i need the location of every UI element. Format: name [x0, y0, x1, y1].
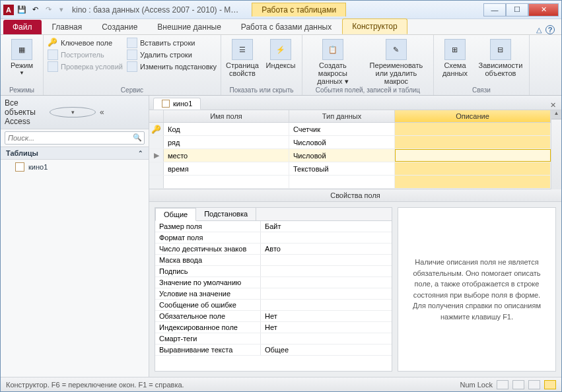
field-type-cell[interactable]: Текстовый — [289, 162, 395, 175]
help-icon[interactable]: ? — [545, 25, 555, 34]
field-type-cell[interactable]: Числовой — [289, 149, 395, 162]
property-value[interactable]: Байт — [261, 221, 392, 232]
property-row[interactable]: Подпись — [155, 266, 392, 277]
property-value[interactable]: Общее — [261, 344, 392, 355]
field-desc-cell[interactable] — [395, 176, 551, 188]
property-row[interactable]: Сообщение об ошибке — [155, 300, 392, 311]
redo-icon[interactable]: ↷ — [43, 5, 53, 15]
tab-design[interactable]: Конструктор — [342, 18, 407, 34]
property-value[interactable] — [261, 277, 392, 288]
field-desc-cell[interactable] — [395, 136, 551, 148]
property-row[interactable]: Индексированное полеНет — [155, 322, 392, 333]
document-close-icon[interactable]: ✕ — [545, 101, 561, 110]
field-type-cell[interactable]: Счетчик — [289, 123, 395, 135]
field-type-cell[interactable]: Числовой — [289, 136, 395, 148]
nav-menu-icon[interactable]: ▾ — [50, 107, 96, 117]
property-row[interactable]: Число десятичных знаковАвто — [155, 244, 392, 255]
property-label: Подпись — [155, 266, 261, 277]
row-selector[interactable] — [149, 136, 164, 148]
col-header-name[interactable]: Имя поля — [164, 110, 289, 122]
field-desc-cell[interactable] — [395, 149, 551, 162]
tab-file[interactable]: Файл — [3, 20, 42, 34]
property-value[interactable] — [261, 266, 392, 277]
indexes-button[interactable]: ⚡ Индексы — [263, 36, 298, 69]
view-datasheet-button[interactable] — [497, 380, 509, 389]
vertical-scrollbar[interactable]: ▲ — [551, 110, 561, 189]
field-type-cell[interactable] — [289, 176, 395, 188]
row-selector[interactable]: ▶ — [149, 149, 164, 162]
ribbon-minimize-icon[interactable]: △ — [536, 26, 542, 34]
section-collapse-icon[interactable]: ⌃ — [138, 150, 143, 156]
property-row[interactable]: Размер поляБайт — [155, 221, 392, 232]
property-value[interactable]: Нет — [261, 322, 392, 333]
property-value[interactable] — [261, 255, 392, 265]
document-tab[interactable]: кино1 — [153, 98, 201, 110]
object-deps-button[interactable]: ⊟ Зависимости объектов — [476, 36, 525, 77]
builder-button[interactable]: Построитель — [48, 49, 123, 60]
property-row[interactable]: Значение по умолчанию — [155, 277, 392, 288]
tab-external[interactable]: Внешние данные — [148, 20, 230, 34]
field-row[interactable]: ▶местоЧисловой — [149, 149, 551, 162]
field-name-cell[interactable]: ряд — [164, 136, 289, 148]
row-selector[interactable]: 🔑 — [149, 123, 164, 135]
tab-create[interactable]: Создание — [92, 20, 147, 34]
property-row[interactable]: Выравнивание текстаОбщее — [155, 344, 392, 356]
key-field-button[interactable]: 🔑Ключевое поле — [48, 38, 123, 48]
save-icon[interactable]: 💾 — [17, 5, 27, 15]
scroll-up-icon[interactable]: ▲ — [551, 110, 561, 119]
row-selector[interactable] — [149, 176, 164, 188]
property-value[interactable] — [261, 333, 392, 344]
field-desc-cell[interactable] — [395, 162, 551, 175]
property-value[interactable]: Нет — [261, 311, 392, 321]
view-design-button[interactable] — [544, 380, 556, 389]
property-value[interactable] — [261, 300, 392, 310]
search-input[interactable] — [5, 131, 145, 145]
lookup-icon — [127, 61, 137, 72]
property-row[interactable]: Смарт-теги — [155, 333, 392, 344]
tab-home[interactable]: Главная — [43, 20, 92, 34]
undo-icon[interactable]: ↶ — [30, 5, 40, 15]
relationships-button[interactable]: ⊞ Схема данных — [438, 36, 472, 77]
property-row[interactable]: Маска ввода — [155, 255, 392, 266]
property-row[interactable]: Обязательное полеНет — [155, 311, 392, 322]
field-name-cell[interactable]: время — [164, 162, 289, 175]
view-pivotchart-button[interactable] — [528, 380, 540, 389]
property-value[interactable] — [261, 232, 392, 243]
check-conditions-button[interactable]: Проверка условий — [48, 61, 123, 72]
nav-header[interactable]: Все объекты Access ▾ « — [1, 96, 149, 129]
property-sheet-button[interactable]: ☰ Страница свойств — [225, 36, 260, 77]
field-row[interactable]: времяТекстовый — [149, 162, 551, 176]
mode-button[interactable]: ▦ Режим ▼ — [5, 36, 39, 77]
field-row[interactable]: 🔑КодСчетчик — [149, 123, 551, 136]
field-name-cell[interactable]: Код — [164, 123, 289, 135]
change-lookup-button[interactable]: Изменить подстановку — [127, 61, 217, 72]
create-data-macros-button[interactable]: 📋 Создать макросы данных ▾ — [306, 36, 359, 85]
tab-dbtools[interactable]: Работа с базами данных — [232, 20, 341, 34]
property-row[interactable]: Условие на значение — [155, 288, 392, 300]
minimize-button[interactable]: — — [483, 3, 506, 16]
insert-rows-button[interactable]: Вставить строки — [127, 38, 217, 48]
delete-rows-button[interactable]: Удалить строки — [127, 49, 217, 60]
property-value[interactable]: Авто — [261, 244, 392, 254]
row-selector[interactable] — [149, 162, 164, 175]
field-name-cell[interactable] — [164, 176, 289, 188]
field-desc-cell[interactable] — [395, 123, 551, 135]
col-header-type[interactable]: Тип данных — [289, 110, 395, 122]
nav-item-table[interactable]: кино1 — [1, 160, 149, 174]
field-name-cell[interactable]: место — [164, 149, 289, 162]
field-row[interactable]: рядЧисловой — [149, 136, 551, 149]
view-pivottable-button[interactable] — [512, 380, 524, 389]
property-value[interactable] — [261, 288, 392, 299]
nav-section-tables[interactable]: Таблицы ⌃ — [1, 147, 149, 160]
rename-delete-macro-button[interactable]: ✎ Переименовать или удалить макрос — [363, 36, 429, 85]
property-row[interactable]: Формат поля — [155, 232, 392, 244]
field-row[interactable] — [149, 176, 551, 189]
col-header-desc[interactable]: Описание — [395, 110, 551, 122]
row-selector-header[interactable] — [149, 110, 164, 122]
close-button[interactable]: ✕ — [528, 3, 559, 16]
nav-collapse-icon[interactable]: « — [100, 108, 145, 117]
prop-tab-lookup[interactable]: Подстановка — [196, 208, 256, 220]
search-icon[interactable]: 🔍 — [133, 133, 142, 142]
maximize-button[interactable]: ☐ — [506, 3, 528, 16]
prop-tab-general[interactable]: Общие — [155, 208, 196, 221]
